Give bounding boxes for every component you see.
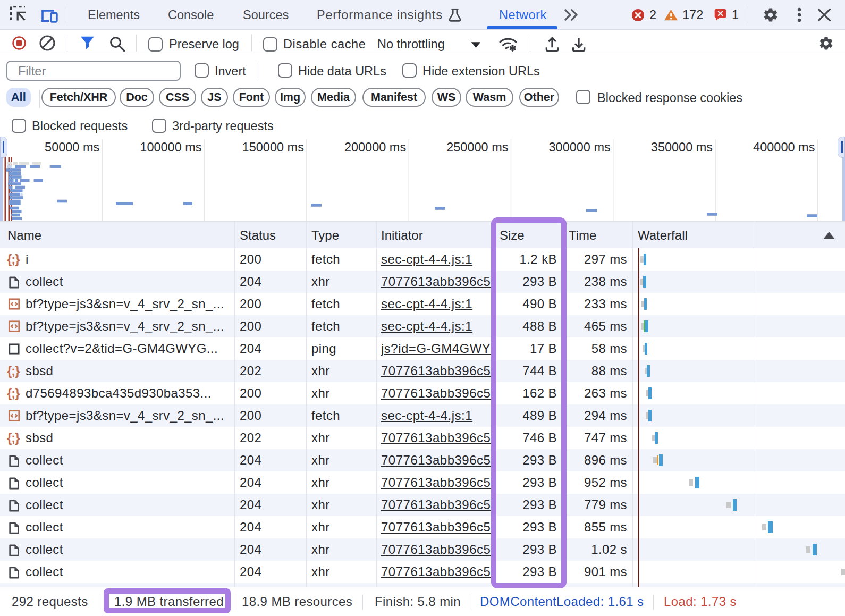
svg-text:100000 ms: 100000 ms <box>140 140 201 154</box>
svg-text:350000 ms: 350000 ms <box>651 140 713 154</box>
svg-text:250000 ms: 250000 ms <box>446 140 508 154</box>
svg-text:400000 ms: 400000 ms <box>753 140 815 154</box>
svg-text:200000 ms: 200000 ms <box>344 140 406 154</box>
svg-text:50000 ms: 50000 ms <box>45 140 99 154</box>
svg-text:150000 ms: 150000 ms <box>242 140 304 154</box>
svg-text:300000 ms: 300000 ms <box>549 140 611 154</box>
